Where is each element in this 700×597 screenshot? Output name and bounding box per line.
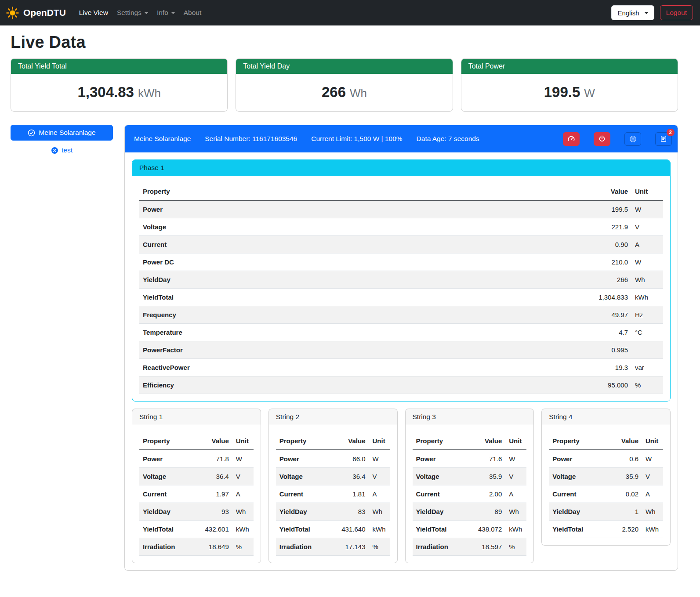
language-select[interactable]: English — [611, 5, 654, 20]
table-row: Current0.02A — [549, 485, 663, 503]
table-row: Temperature4.7°C — [139, 324, 663, 341]
properties-table: PropertyValueUnitPower0.6WVoltage35.9VCu… — [549, 432, 663, 538]
table-row: YieldDay266Wh — [139, 271, 663, 289]
string-4-title: String 4 — [542, 409, 670, 425]
table-header-property: Property — [139, 432, 197, 450]
value-cell: 199.5 — [579, 200, 631, 218]
string-1-card: String 1 PropertyValueUnitPower71.8WVolt… — [132, 409, 261, 563]
summary-cards-row: Total Yield Total 1,304.83 kWh Total Yie… — [11, 58, 678, 112]
unit-cell: °C — [631, 324, 663, 341]
string-2-title: String 2 — [269, 409, 397, 425]
value-cell: 0.995 — [579, 341, 631, 359]
gauge-icon — [567, 135, 575, 143]
unit-cell: % — [631, 376, 663, 394]
nav-item-live-view[interactable]: Live View — [75, 5, 112, 20]
table-row: Power71.6W — [413, 450, 527, 468]
limit-settings-button[interactable] — [563, 132, 580, 146]
table-row: Irradiation17.143% — [276, 538, 390, 556]
table-row: ReactivePower19.3var — [139, 359, 663, 376]
value-cell: 95.000 — [579, 376, 631, 394]
string-4-card: String 4 PropertyValueUnitPower0.6WVolta… — [541, 409, 671, 546]
opendtu-sun-logo-icon — [6, 6, 19, 20]
unit-cell: V — [642, 468, 663, 485]
logout-button[interactable]: Logout — [660, 5, 693, 20]
inverter-select-test[interactable]: test — [51, 146, 73, 154]
table-row: YieldDay93Wh — [139, 503, 254, 521]
properties-table: PropertyValueUnitPower71.6WVoltage35.9VC… — [413, 432, 527, 556]
unit-cell: V — [369, 468, 390, 485]
unit-cell: var — [631, 359, 663, 376]
inverter-name: Meine Solaranlage — [134, 135, 191, 143]
live-data-page: Live Data Total Yield Total 1,304.83 kWh… — [0, 33, 700, 582]
value-cell: 49.97 — [579, 306, 631, 324]
value-cell: 1.81 — [334, 485, 369, 503]
unit-cell: kWh — [631, 289, 663, 306]
page-title: Live Data — [11, 33, 678, 52]
nav-links: Live View Settings Info About — [75, 5, 612, 20]
property-cell: YieldTotal — [139, 521, 197, 538]
table-row: Voltage35.9V — [549, 468, 663, 485]
table-row: Power66.0W — [276, 450, 390, 468]
property-cell: YieldTotal — [413, 521, 471, 538]
device-info-button[interactable] — [624, 132, 641, 146]
unit-cell: Wh — [505, 503, 526, 521]
unit-cell — [631, 341, 663, 359]
inverter-label: test — [62, 146, 73, 154]
total-yield-day-unit: Wh — [350, 87, 367, 100]
inverter-select-meine-solaranlage[interactable]: Meine Solaranlage — [11, 125, 113, 141]
property-cell: Power — [413, 450, 471, 468]
table-row: YieldTotal1,304.833kWh — [139, 289, 663, 306]
unit-cell: V — [631, 218, 663, 236]
brand[interactable]: OpenDTU — [6, 6, 66, 20]
property-cell: ReactivePower — [139, 359, 579, 376]
property-cell: YieldDay — [413, 503, 471, 521]
value-cell: 71.6 — [470, 450, 505, 468]
unit-cell: V — [232, 468, 254, 485]
event-log-button[interactable]: 2 — [655, 132, 672, 146]
unit-cell: kWh — [369, 521, 390, 538]
table-header-unit: Unit — [232, 432, 254, 450]
table-header-row: PropertyValueUnit — [139, 432, 254, 450]
current-limit: Current Limit: 1,500 W | 100% — [311, 135, 402, 143]
nav-item-info[interactable]: Info — [152, 5, 179, 20]
unit-cell: W — [642, 450, 663, 468]
table-row: YieldTotal438.072kWh — [413, 521, 527, 538]
unit-cell: W — [631, 200, 663, 218]
string-2-table-container: PropertyValueUnitPower66.0WVoltage36.4VC… — [269, 425, 397, 556]
value-cell: 1,304.833 — [579, 289, 631, 306]
table-header-row: PropertyValueUnit — [276, 432, 390, 450]
nav-item-settings[interactable]: Settings — [112, 5, 152, 20]
table-header-property: Property — [413, 432, 471, 450]
unit-cell: % — [232, 538, 254, 556]
table-header-property: Property — [276, 432, 334, 450]
total-yield-day-value: 266 — [322, 84, 346, 101]
value-cell: 2.00 — [470, 485, 505, 503]
string-1-title: String 1 — [132, 409, 261, 425]
nav-item-about[interactable]: About — [179, 5, 206, 20]
serial-number: Serial Number: 116171603546 — [205, 135, 297, 143]
value-cell: 35.9 — [607, 468, 642, 485]
property-cell: YieldTotal — [139, 289, 579, 306]
table-row: Voltage221.9V — [139, 218, 663, 236]
table-row: Current2.00A — [413, 485, 527, 503]
property-cell: Voltage — [139, 468, 197, 485]
table-row: Voltage36.4V — [276, 468, 390, 485]
table-row: Power71.8W — [139, 450, 254, 468]
inverter-sidebar: Meine Solaranlage test — [11, 125, 113, 154]
value-cell: 266 — [579, 271, 631, 289]
property-cell: Irradiation — [413, 538, 471, 556]
table-row: Voltage36.4V — [139, 468, 254, 485]
property-cell: YieldTotal — [276, 521, 334, 538]
properties-table: PropertyValueUnitPower71.8WVoltage36.4VC… — [139, 432, 254, 556]
property-cell: Irradiation — [139, 538, 197, 556]
total-power-value: 199.5 — [544, 84, 580, 101]
table-header-value: Value — [579, 183, 631, 200]
value-cell: 4.7 — [579, 324, 631, 341]
power-toggle-button[interactable] — [594, 132, 610, 146]
value-cell: 18.649 — [197, 538, 232, 556]
value-cell: 36.4 — [197, 468, 232, 485]
property-cell: Power DC — [139, 253, 579, 271]
table-row: YieldDay1Wh — [549, 503, 663, 521]
value-cell: 0.6 — [607, 450, 642, 468]
table-row: YieldTotal432.601kWh — [139, 521, 254, 538]
